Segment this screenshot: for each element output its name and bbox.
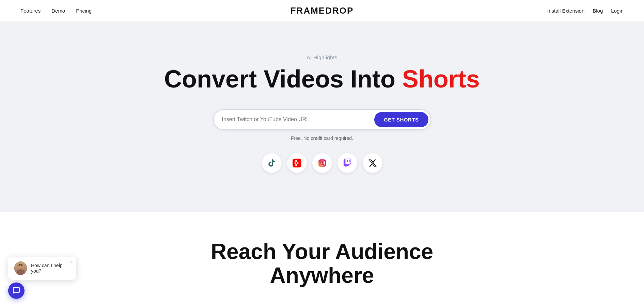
navbar: Features Demo Pricing FRAMEDROP Install … xyxy=(0,0,644,22)
svg-point-9 xyxy=(21,265,22,266)
nav-pricing[interactable]: Pricing xyxy=(76,8,92,14)
chat-bubble-text: How can I help you? xyxy=(31,263,71,274)
hero-section: AI Highlights Convert Videos Into Shorts… xyxy=(0,22,644,212)
svg-rect-1 xyxy=(318,159,326,167)
hero-title: Convert Videos Into Shorts xyxy=(164,66,480,93)
support-avatar xyxy=(14,261,28,276)
svg-point-8 xyxy=(19,265,20,266)
hero-title-main: Convert Videos Into xyxy=(164,65,402,93)
chat-icon xyxy=(12,287,20,295)
get-shorts-button[interactable]: GET SHORTS xyxy=(374,112,428,127)
svg-point-6 xyxy=(17,269,25,275)
youtube-shorts-icon[interactable] xyxy=(287,153,307,173)
nav-right: Install Extension Blog Login xyxy=(547,8,624,14)
url-input[interactable] xyxy=(222,116,374,123)
hero-title-accent: Shorts xyxy=(402,65,480,93)
url-form: GET SHORTS xyxy=(213,109,431,130)
chat-open-button[interactable] xyxy=(8,282,25,299)
chat-close-button[interactable]: × xyxy=(70,259,73,265)
nav-login[interactable]: Login xyxy=(611,8,624,14)
twitch-icon[interactable] xyxy=(337,153,357,173)
nav-left: Features Demo Pricing xyxy=(20,8,92,14)
nav-blog[interactable]: Blog xyxy=(593,8,603,14)
nav-features[interactable]: Features xyxy=(20,8,41,14)
instagram-icon[interactable] xyxy=(312,153,332,173)
svg-point-4 xyxy=(323,161,324,162)
tiktok-icon[interactable] xyxy=(262,153,282,173)
nav-install-extension[interactable]: Install Extension xyxy=(547,8,584,14)
hero-subtitle: AI Highlights xyxy=(307,54,337,60)
social-icons-row xyxy=(262,153,382,173)
site-logo[interactable]: FRAMEDROP xyxy=(290,5,354,16)
reach-title: Reach Your Audience Anywhere xyxy=(211,240,433,288)
hero-note: Free. No credit card required. xyxy=(291,135,353,141)
chat-widget: How can I help you? × xyxy=(8,257,76,299)
reach-section: Reach Your Audience Anywhere xyxy=(0,212,644,301)
x-twitter-icon[interactable] xyxy=(363,153,382,173)
chat-bubble: How can I help you? × xyxy=(8,257,76,280)
nav-demo[interactable]: Demo xyxy=(51,8,65,14)
